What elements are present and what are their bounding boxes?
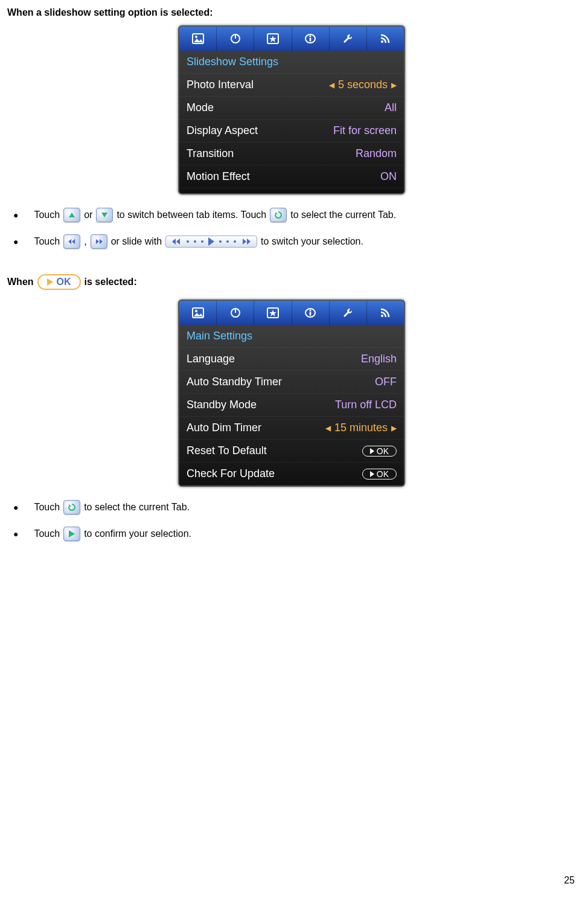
double-right-icon <box>91 234 107 249</box>
settings-header: Slideshow Settings <box>179 51 404 74</box>
tab-rss-icon <box>367 301 404 325</box>
ok-badge-icon: OK <box>37 274 81 290</box>
tab-info-icon <box>292 27 330 51</box>
instruction-list-2: Touch to select the current Tab. Touch t… <box>7 499 576 542</box>
arrow-left-icon: ◀ <box>329 81 334 89</box>
tab-power-icon <box>217 301 254 325</box>
tab-bar <box>179 27 404 51</box>
setting-row: Display AspectFit for screen <box>179 120 404 143</box>
setting-value: ◀5 seconds▶ <box>329 79 397 91</box>
play-icon <box>63 527 80 541</box>
ok-pill: OK <box>362 469 397 479</box>
down-triangle-icon <box>96 208 113 222</box>
instruction-list-1: Touch or to switch between tab items. To… <box>7 207 576 250</box>
setting-row: TransitionRandom <box>179 143 404 165</box>
tab-rss-icon <box>367 27 404 51</box>
setting-row: Check For UpdateOK <box>179 463 404 486</box>
svg-point-6 <box>310 36 312 37</box>
tab-power-icon <box>217 27 254 51</box>
svg-point-1 <box>195 36 197 38</box>
rotate-icon <box>270 208 287 222</box>
instruction-item: Touch or to switch between tab items. To… <box>13 207 576 223</box>
svg-point-15 <box>310 310 312 312</box>
device-screenshot-main: Main Settings LanguageEnglish Auto Stand… <box>178 300 405 487</box>
setting-row: Auto Standby TimerOFF <box>179 371 404 394</box>
tab-star-icon <box>254 27 292 51</box>
setting-row: Auto Dim Timer ◀15 minutes▶ <box>179 417 404 440</box>
rotate-icon <box>63 500 80 515</box>
setting-row: Motion EffectON <box>179 165 404 188</box>
arrow-left-icon: ◀ <box>325 424 331 432</box>
double-left-icon <box>63 234 80 249</box>
instruction-item: Touch to select the current Tab. <box>13 499 576 516</box>
svg-rect-3 <box>235 34 236 39</box>
svg-point-17 <box>381 315 383 317</box>
setting-row: ModeAll <box>179 97 404 120</box>
svg-point-8 <box>381 40 383 43</box>
tab-info-icon <box>292 301 330 325</box>
setting-row: Standby ModeTurn off LCD <box>179 394 404 417</box>
setting-row: LanguageEnglish <box>179 348 404 371</box>
tab-star-icon <box>254 301 292 325</box>
tab-wrench-icon <box>330 27 367 51</box>
tab-bar <box>179 301 404 325</box>
setting-row: Photo Interval ◀5 seconds▶ <box>179 74 404 97</box>
svg-rect-16 <box>310 312 312 316</box>
settings-header: Main Settings <box>179 325 404 348</box>
svg-rect-12 <box>235 308 236 313</box>
tab-photo-icon <box>179 301 217 325</box>
tab-photo-icon <box>179 27 217 51</box>
device-screenshot-slideshow: Slideshow Settings Photo Interval ◀5 sec… <box>178 25 405 194</box>
ok-pill: OK <box>362 446 397 457</box>
up-triangle-icon <box>63 208 80 222</box>
svg-point-10 <box>195 310 197 312</box>
setting-row: Reset To DefaultOK <box>179 440 404 463</box>
setting-label: Photo Interval <box>187 79 254 91</box>
instruction-item: Touch to confirm your selection. <box>13 525 576 542</box>
instruction-item: Touch , or slide with to switch your sel… <box>13 233 576 250</box>
arrow-right-icon: ▶ <box>391 424 397 432</box>
tab-wrench-icon <box>330 301 367 325</box>
slide-gesture-icon <box>165 236 257 248</box>
arrow-right-icon: ▶ <box>391 81 397 89</box>
section-heading-1: When a slideshow setting option is selec… <box>7 7 576 18</box>
section-heading-2: When OK is selected: <box>7 274 576 290</box>
page-number: 25 <box>564 875 575 886</box>
svg-rect-7 <box>310 38 312 42</box>
